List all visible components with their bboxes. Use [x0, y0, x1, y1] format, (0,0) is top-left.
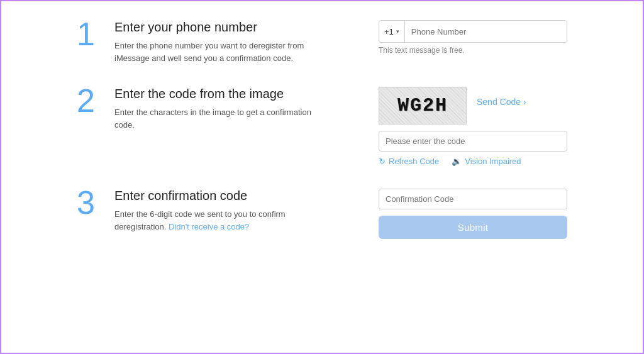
captcha-code-input[interactable]: [379, 131, 567, 152]
step-1-section: 1 Enter your phone number Enter the phon…: [77, 20, 567, 64]
step-3-left: Enter confirmation code Enter the 6-digi…: [114, 189, 341, 233]
step-3-title: Enter confirmation code: [114, 189, 328, 203]
code-actions: ↻ Refresh Code 🔉 Vision Impaired: [379, 157, 567, 166]
refresh-code-button[interactable]: ↻ Refresh Code: [379, 157, 439, 166]
step-1-right: +1 ▾ This text message is free.: [379, 20, 567, 55]
country-code-selector[interactable]: +1 ▾: [379, 21, 405, 42]
send-code-link[interactable]: Send Code ›: [477, 97, 526, 107]
step-3-number: 3: [77, 186, 114, 219]
step-1-description: Enter the phone number you want to dereg…: [114, 40, 328, 64]
step-1-left: Enter your phone number Enter the phone …: [114, 20, 341, 64]
refresh-icon: ↻: [379, 157, 386, 166]
vision-impaired-button[interactable]: 🔉 Vision Impaired: [452, 157, 521, 166]
step-2-title: Enter the code from the image: [114, 87, 328, 101]
chevron-down-icon: ▾: [396, 28, 399, 35]
vision-impaired-label: Vision Impaired: [465, 157, 521, 166]
country-code-value: +1: [384, 27, 394, 36]
resend-code-link[interactable]: Didn't receive a code?: [169, 222, 249, 231]
captcha-send-row: WG2H Send Code ›: [379, 87, 567, 124]
step-1-title: Enter your phone number: [114, 20, 328, 35]
confirmation-code-input[interactable]: [379, 189, 567, 209]
phone-input-wrapper: +1 ▾: [379, 20, 567, 43]
step-3-section: 3 Enter confirmation code Enter the 6-di…: [77, 189, 567, 239]
step-2-description: Enter the characters in the image to get…: [114, 106, 328, 131]
refresh-code-label: Refresh Code: [389, 157, 439, 166]
step-1-number: 1: [77, 18, 114, 50]
step-2-section: 2 Enter the code from the image Enter th…: [77, 87, 567, 166]
phone-note: This text message is free.: [379, 46, 567, 55]
step-2-number: 2: [77, 84, 114, 117]
submit-button[interactable]: Submit: [379, 216, 567, 239]
sound-icon: 🔉: [452, 157, 462, 166]
step-2-right: WG2H Send Code › ↻ Refresh Code 🔉 Vision…: [379, 87, 567, 166]
captcha-text-display: WG2H: [397, 95, 448, 116]
step-3-right: Submit: [379, 189, 567, 239]
captcha-image: WG2H: [379, 87, 467, 124]
step-2-left: Enter the code from the image Enter the …: [114, 87, 341, 131]
step-3-description: Enter the 6-digit code we sent to you to…: [114, 208, 328, 233]
phone-number-input[interactable]: [405, 21, 567, 42]
